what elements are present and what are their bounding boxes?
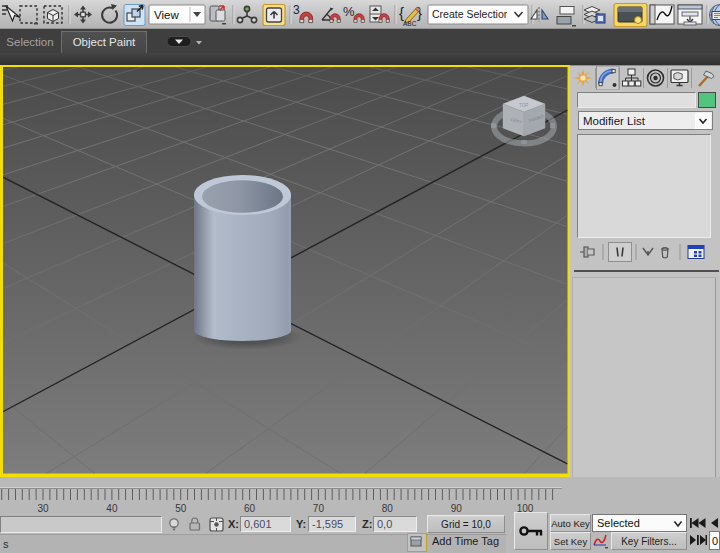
svg-text:90: 90 <box>451 503 463 514</box>
svg-text:30: 30 <box>37 503 49 514</box>
svg-text:%: % <box>343 4 355 19</box>
svg-text:View: View <box>154 9 179 21</box>
svg-text:3: 3 <box>293 3 300 17</box>
svg-text:TOP: TOP <box>519 103 528 108</box>
svg-text:60: 60 <box>244 503 256 514</box>
svg-text:40: 40 <box>106 503 118 514</box>
svg-text:{: { <box>399 4 404 21</box>
svg-text:70: 70 <box>313 503 325 514</box>
svg-text:80: 80 <box>382 503 394 514</box>
svg-text:50: 50 <box>175 503 187 514</box>
svg-text:ABC: ABC <box>403 20 417 27</box>
